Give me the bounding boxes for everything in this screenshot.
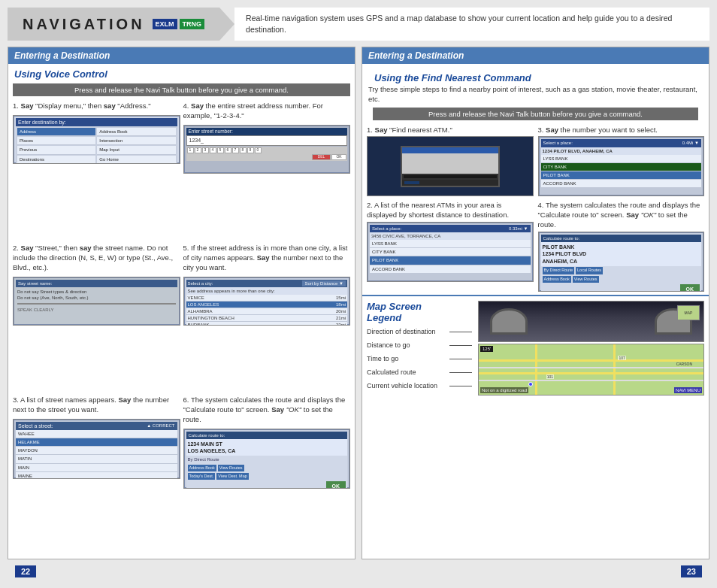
voice-step-5: 5. If the street address is in more than…	[183, 244, 351, 393]
find-num-4: 4.	[538, 201, 546, 209]
legend-item-direction: Direction of destination	[367, 328, 472, 335]
voice-step-2: 2. Say "Street," then say the street nam…	[13, 244, 180, 393]
badge-exlm: EXLM	[153, 19, 177, 29]
find-suffix-2: A list of the nearest ATMs in your area …	[367, 201, 509, 219]
legend-label-time: Time to go	[367, 355, 449, 362]
legend-item-distance: Distance to go	[367, 341, 472, 349]
step-suffix-1: then say "Address."	[86, 102, 151, 110]
right-panel: Entering a Destination Using the Find Ne…	[362, 47, 709, 559]
nav-arrow	[219, 8, 234, 41]
find-suffix-3: the number you want to select.	[561, 126, 658, 134]
nav-description: Real-time navigation system uses GPS and…	[234, 8, 709, 41]
voice-step-3-text: 3. A list of street names appears. Say t…	[13, 396, 180, 415]
find-screen-3: Select a place:0.4Mi ▼ 1234 PILOT BLVD, …	[538, 136, 705, 196]
nav-title-block: NAVIGATION EXLM TRNG	[8, 8, 219, 41]
step-num-5: 5.	[183, 244, 192, 252]
right-main: Entering a Destination Using the Find Ne…	[362, 47, 709, 559]
legend-label-distance: Distance to go	[367, 341, 449, 349]
legend-map-image: MAP	[478, 301, 704, 396]
map-legend-section: Map ScreenLegend Direction of destinatio…	[362, 295, 709, 400]
legend-label-route: Calculated route	[367, 368, 449, 376]
step-suffix-6: The system calculates the route and disp…	[183, 396, 346, 423]
find-step-3-text: 3. Say the number you want to select.	[538, 126, 705, 135]
voice-step-6-text: 6. The system calculates the route and d…	[183, 396, 351, 424]
legend-item-vehicle: Current vehicle location	[367, 382, 472, 389]
legend-line-distance	[449, 345, 472, 346]
step-suffix-3: A list of street names appears. Say the …	[13, 396, 169, 414]
voice-step-6: 6. The system calculates the route and d…	[183, 396, 351, 556]
legend-item-route: Calculated route	[367, 368, 472, 376]
section-header-right: Entering a Destination	[362, 47, 709, 64]
step-num-4: 4.	[183, 102, 192, 110]
step-say-4: Say	[191, 102, 206, 110]
voice-screen-4: Enter street number: 1234_ 123 456 7890 …	[183, 125, 351, 174]
legend-line-vehicle	[449, 386, 472, 386]
legend-line-route	[449, 372, 472, 373]
find-step-1-text: 1. Say "Find nearest ATM."	[367, 126, 534, 135]
legend-item-time: Time to go	[367, 355, 472, 362]
find-step-1: 1. Say "Find nearest ATM."	[367, 126, 534, 197]
legend-line-direction	[449, 332, 472, 332]
find-screen-4: Calculate route to: PILOT BANK1234 PILOT…	[538, 232, 705, 292]
step-num-3: 3.	[13, 396, 20, 404]
find-nearest-desc: Try these simple steps to find a nearby …	[368, 85, 703, 105]
find-nearest-title: Using the Find Nearest Command	[368, 68, 703, 85]
voice-step-3: 3. A list of street names appears. Say t…	[13, 396, 180, 556]
step-num-1: 1.	[13, 102, 21, 110]
page-num-right: 23	[681, 565, 702, 577]
legend-label-direction: Direction of destination	[367, 328, 449, 335]
nav-badges: EXLM TRNG	[153, 19, 205, 29]
voice-step-2-text: 2. Say "Street," then say the street nam…	[13, 244, 180, 272]
step-say-1: Say	[21, 102, 36, 110]
legend-label-vehicle: Current vehicle location	[367, 382, 449, 389]
find-quote-1: "Find nearest ATM."	[389, 126, 452, 134]
voice-control-title: Using Voice Control	[8, 64, 355, 81]
step-suffix-5: If the street address is in more than on…	[183, 244, 348, 271]
voice-step-4-text: 4. Say the entire street address number.…	[183, 102, 351, 121]
main-content: Entering a Destination Using Voice Contr…	[8, 47, 709, 559]
find-num-2: 2.	[367, 201, 374, 209]
map-legend-title: Map ScreenLegend	[367, 301, 472, 323]
step-quote-2: "Street,"	[35, 244, 62, 252]
voice-screen-5: Select a city:Sort by Distance ▼ See add…	[183, 277, 351, 326]
section-header-left: Entering a Destination	[8, 47, 355, 64]
voice-screen-6: Calculate route to: 1234 MAIN STLOS ANGE…	[183, 429, 351, 489]
nav-bar: NAVIGATION EXLM TRNG Real-time navigatio…	[8, 8, 709, 41]
find-say-1: Say	[375, 126, 390, 134]
voice-step-1: 1. Say "Display menu," then say "Address…	[13, 102, 180, 241]
voice-screen-1: Enter destination by: Address Places Pre…	[13, 115, 180, 164]
find-instruction-bar: Press and release the Navi Talk button b…	[373, 108, 698, 120]
find-screen-1	[367, 136, 534, 196]
voice-step-1-text: 1. Say "Display menu," then say "Address…	[13, 102, 180, 111]
voice-instruction-bar: Press and release the Navi Talk button b…	[13, 83, 350, 96]
find-num-3: 3.	[538, 126, 546, 134]
page-container: NAVIGATION EXLM TRNG Real-time navigatio…	[0, 0, 717, 588]
badge-trng: TRNG	[180, 19, 205, 29]
voice-screen-2: Say street name: Do not say Street types…	[13, 277, 180, 326]
page-num-left: 22	[15, 565, 36, 577]
step-num-6: 6.	[183, 396, 191, 404]
find-num-1: 1.	[367, 126, 375, 134]
find-step-4: 4. The system calculates the route and d…	[538, 201, 705, 291]
page-numbers: 22 23	[8, 562, 709, 580]
find-step-2-text: 2. A list of the nearest ATMs in your ar…	[367, 201, 534, 220]
voice-instructions-grid: 1. Say "Display menu," then say "Address…	[8, 99, 355, 559]
legend-line-time	[449, 359, 472, 359]
find-suffix-4: The system calculates the route and disp…	[538, 201, 700, 229]
step-quote-1: "Display menu,"	[35, 102, 86, 110]
voice-step-4: 4. Say the entire street address number.…	[183, 102, 351, 241]
find-say-3: Say	[546, 126, 561, 134]
find-nearest-grid: 1. Say "Find nearest ATM."	[362, 123, 709, 295]
voice-step-5-text: 5. If the street address is in more than…	[183, 244, 351, 272]
step-say-2: Say	[21, 244, 36, 252]
find-nearest-section: Using the Find Nearest Command Try these…	[362, 64, 709, 123]
find-step-3: 3. Say the number you want to select. Se…	[538, 126, 705, 197]
left-panel: Entering a Destination Using Voice Contr…	[8, 47, 355, 559]
find-step-2: 2. A list of the nearest ATMs in your ar…	[367, 201, 534, 291]
find-screen-2: Select a place:0.33mi ▼ 3456 CIVIC AVE, …	[367, 222, 534, 282]
step-num-2: 2.	[13, 244, 21, 252]
legend-left: Map ScreenLegend Direction of destinatio…	[367, 301, 472, 396]
voice-screen-3: Select a street:▲ CORRECT WAHEE HELAKME …	[13, 419, 180, 479]
nav-title: NAVIGATION	[23, 16, 145, 33]
find-step-4-text: 4. The system calculates the route and d…	[538, 201, 705, 229]
